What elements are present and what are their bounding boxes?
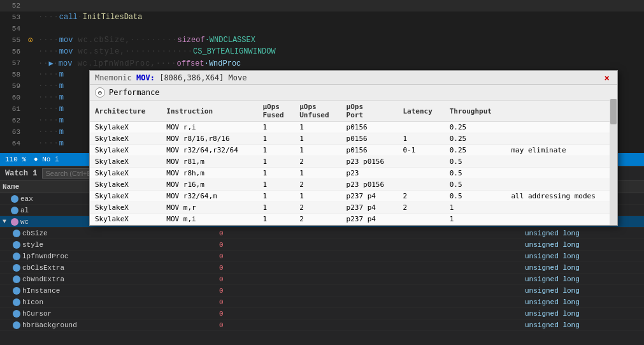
popup-title: Mnemonic MOV: [8086,386,X64] Move	[95, 73, 602, 82]
line-number: 52	[0, 2, 25, 10]
perf-cell-fused: 1	[257, 122, 294, 133]
perf-cell-port: p23 p0156	[341, 156, 398, 168]
cell-value: 0	[217, 287, 522, 295]
line-number: 61	[0, 105, 25, 113]
perf-cell-throughput: 0.5	[445, 168, 506, 179]
table-row[interactable]: style0unsigned long	[0, 239, 644, 251]
expand-arrow-icon[interactable]: ▼	[3, 218, 9, 225]
variable-name: cbWndExtra	[22, 275, 64, 283]
cell-name: lpfnWndProc	[0, 253, 217, 260]
perf-cell-throughput: 0.25	[445, 145, 506, 156]
row-type-icon	[13, 253, 20, 260]
code-line: 57··▶·mov wc.lpfnWndProc,····offset·WndP…	[0, 57, 644, 69]
perf-cell-instr: MOV r32/64,r32/64	[161, 145, 257, 156]
table-row[interactable]: hbrBackground0unsigned long	[0, 319, 644, 331]
cell-type: unsigned long	[522, 298, 644, 306]
popup-close-button[interactable]: ×	[602, 73, 612, 83]
perf-cell-port: p237 p4	[341, 214, 398, 225]
row-type-icon	[13, 241, 20, 249]
variable-name: style	[22, 241, 43, 249]
perf-cell-fused: 1	[257, 156, 294, 168]
variable-name: lpfnWndProc	[22, 253, 69, 260]
cell-type: unsigned long	[522, 253, 644, 260]
cell-type: unsigned long	[522, 264, 644, 272]
cell-name: cbWndExtra	[0, 275, 217, 283]
perf-cell-note	[506, 122, 617, 133]
cell-type: unsigned long	[522, 287, 644, 295]
perf-cell-port: p0156	[341, 122, 398, 133]
th-latency: Latency	[397, 101, 444, 122]
popup-section-header[interactable]: ⊖ Performance	[90, 85, 617, 101]
table-row[interactable]: cbSize0unsigned long	[0, 228, 644, 239]
collapse-button[interactable]: ⊖	[95, 87, 105, 98]
cell-value: 0	[217, 275, 522, 283]
line-number: 62	[0, 117, 25, 124]
perf-cell-note	[506, 179, 617, 191]
perf-cell-port: p0156	[341, 145, 398, 156]
table-row[interactable]: hCursor0unsigned long	[0, 308, 644, 319]
code-line: 56····mov wc.style,·············CS_BYTEA…	[0, 46, 644, 57]
perf-cell-instr: MOV r16,m	[161, 179, 257, 191]
perf-cell-port: p23 p0156	[341, 179, 398, 191]
code-line: 52	[0, 0, 644, 11]
perf-cell-unfused: 2	[294, 156, 341, 168]
status-badge: ● No i	[34, 156, 59, 163]
perf-cell-arch: SkylakeX	[90, 133, 161, 145]
perf-cell-instr: MOV m,i	[161, 214, 257, 225]
variable-name: hIcon	[22, 298, 43, 306]
perf-cell-latency: 2	[397, 202, 444, 214]
line-content: ····mov wc.cbSize,·········sizeof·WNDCLA…	[36, 36, 644, 45]
perf-cell-note	[506, 156, 617, 168]
variable-name: cbClsExtra	[22, 264, 64, 272]
line-number: 55	[0, 36, 25, 44]
perf-cell-note	[506, 202, 617, 214]
code-line: 53····call·InitTilesData	[0, 11, 644, 23]
perf-cell-note	[506, 168, 617, 179]
perf-table-row: SkylakeXMOV m,i12p237 p41	[90, 214, 617, 225]
perf-table-row: SkylakeXMOV r,i11p01560.25	[90, 122, 617, 133]
perf-cell-throughput: 0.5	[445, 191, 506, 202]
cell-name: style	[0, 241, 217, 249]
perf-cell-port: p237 p4	[341, 191, 398, 202]
row-type-icon	[13, 287, 20, 295]
line-number: 64	[0, 140, 25, 147]
cell-name: cbSize	[0, 230, 217, 237]
perf-cell-throughput: 0.25	[445, 122, 506, 133]
popup-scrollbar[interactable]	[610, 101, 617, 225]
performance-table: Architecture Instruction µOpsFused µOpsU…	[90, 101, 617, 225]
th-uops-port: µOpsPort	[341, 101, 398, 122]
perf-cell-throughput: 0.5	[445, 156, 506, 168]
perf-cell-latency: 2	[397, 191, 444, 202]
variable-name: cbSize	[22, 230, 48, 237]
popup-detail: [8086,386,X64] Move	[159, 73, 247, 82]
cell-type: unsigned long	[522, 230, 644, 237]
perf-table-row: SkylakeXMOV r32/64,r32/6411p01560-10.25m…	[90, 145, 617, 156]
cell-name: hCursor	[0, 310, 217, 318]
table-row[interactable]: cbClsExtra0unsigned long	[0, 262, 644, 274]
th-note	[506, 101, 617, 122]
perf-cell-arch: SkylakeX	[90, 202, 161, 214]
th-uops-unfused: µOpsUnfused	[294, 101, 341, 122]
perf-cell-unfused: 2	[294, 214, 341, 225]
perf-cell-unfused: 1	[294, 168, 341, 179]
perf-cell-latency	[397, 156, 444, 168]
table-row[interactable]: cbWndExtra0unsigned long	[0, 274, 644, 285]
table-row[interactable]: hInstance0unsigned long	[0, 285, 644, 297]
perf-cell-fused: 1	[257, 214, 294, 225]
row-type-icon	[13, 230, 20, 237]
perf-cell-instr: MOV r8/16,r8/16	[161, 133, 257, 145]
perf-table-row: SkylakeXMOV r32/64,m11p237 p420.5all add…	[90, 191, 617, 202]
table-row[interactable]: lpfnWndProc0unsigned long	[0, 251, 644, 262]
perf-cell-throughput: 0.5	[445, 179, 506, 191]
perf-cell-instr: MOV r8h,m	[161, 168, 257, 179]
perf-cell-port: p23	[341, 168, 398, 179]
table-row[interactable]: hIcon0unsigned long	[0, 297, 644, 308]
variable-name: hCursor	[22, 310, 52, 318]
perf-cell-fused: 1	[257, 145, 294, 156]
line-content: ····mov wc.style,·············CS_BYTEALI…	[36, 47, 644, 56]
perf-cell-unfused: 1	[294, 133, 341, 145]
cell-value: 0	[217, 264, 522, 272]
perf-cell-arch: SkylakeX	[90, 179, 161, 191]
perf-cell-latency	[397, 214, 444, 225]
th-uops-fused: µOpsFused	[257, 101, 294, 122]
